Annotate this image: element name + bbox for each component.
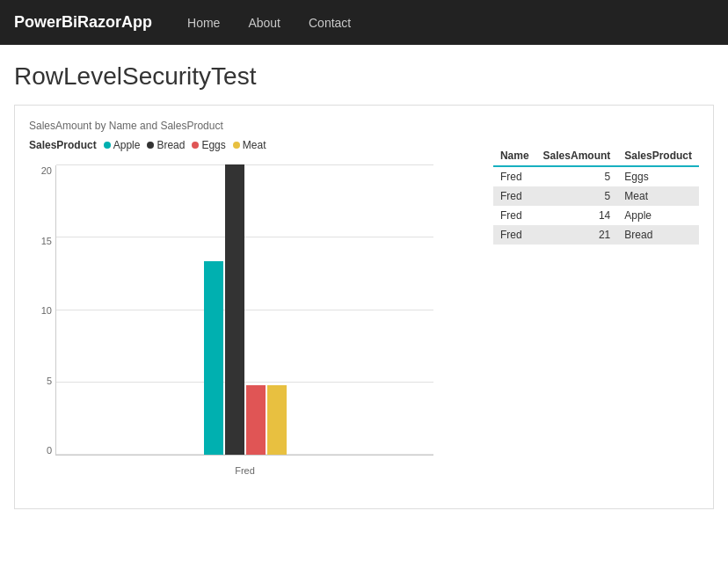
- chart-plot: Fred: [55, 165, 433, 456]
- y-label-15: 15: [41, 236, 55, 246]
- legend-item-bread: Bread: [147, 139, 185, 151]
- cell-amount: 21: [536, 225, 618, 245]
- table-header-row: Name SalesAmount SalesProduct: [493, 146, 699, 166]
- legend-text-bread: Bread: [157, 139, 185, 151]
- bar-bread: [225, 164, 244, 455]
- cell-name: Fred: [493, 206, 536, 225]
- y-label-0: 0: [47, 445, 55, 456]
- report-container: SalesAmount by Name and SalesProduct Sal…: [14, 105, 714, 509]
- legend-label: SalesProduct: [29, 139, 97, 151]
- table-row: Fred5Meat: [493, 186, 699, 206]
- cell-product: Eggs: [617, 166, 699, 186]
- table-row: Fred5Eggs: [493, 166, 699, 186]
- bar-meat: [267, 385, 287, 455]
- bar-eggs: [246, 385, 266, 455]
- page-title: RowLevelSecurityTest: [14, 62, 714, 91]
- y-label-5: 5: [47, 376, 55, 386]
- y-axis: 20 15 10 5 0: [29, 165, 55, 456]
- nav-home[interactable]: Home: [173, 4, 234, 42]
- legend-text-apple: Apple: [113, 139, 141, 151]
- nav-about[interactable]: About: [234, 4, 295, 42]
- legend-dot-bread: [147, 142, 154, 149]
- chart-legend: SalesProduct Apple Bread Eggs Meat: [29, 139, 458, 151]
- legend-item-eggs: Eggs: [192, 139, 225, 151]
- y-label-20: 20: [41, 165, 55, 176]
- legend-dot-eggs: [192, 142, 199, 149]
- legend-dot-apple: [104, 142, 111, 149]
- chart-area: 20 15 10 5 0: [29, 165, 433, 482]
- y-label-10: 10: [41, 305, 55, 316]
- legend-item-apple: Apple: [104, 139, 141, 151]
- legend-text-meat: Meat: [243, 139, 266, 151]
- legend-dot-meat: [233, 142, 240, 149]
- x-label-fred: Fred: [235, 465, 255, 476]
- cell-product: Bread: [617, 225, 699, 245]
- chart-section: SalesAmount by Name and SalesProduct Sal…: [29, 120, 458, 494]
- navbar-brand: PowerBiRazorApp: [14, 13, 152, 32]
- data-table: Name SalesAmount SalesProduct Fred5EggsF…: [493, 146, 699, 245]
- col-header-amount: SalesAmount: [536, 146, 618, 166]
- navbar-links: Home About Contact: [173, 4, 365, 42]
- cell-name: Fred: [493, 166, 536, 186]
- cell-name: Fred: [493, 186, 536, 206]
- cell-amount: 5: [536, 166, 618, 186]
- col-header-product: SalesProduct: [617, 146, 699, 166]
- bars-group-fred: Fred: [204, 164, 287, 455]
- legend-item-meat: Meat: [233, 139, 266, 151]
- cell-product: Meat: [617, 186, 699, 206]
- cell-name: Fred: [493, 225, 536, 245]
- navbar: PowerBiRazorApp Home About Contact: [0, 0, 728, 45]
- cell-product: Apple: [617, 206, 699, 225]
- table-section: Name SalesAmount SalesProduct Fred5EggsF…: [493, 120, 699, 494]
- cell-amount: 5: [536, 186, 618, 206]
- cell-amount: 14: [536, 206, 618, 225]
- page-content: RowLevelSecurityTest SalesAmount by Name…: [0, 45, 728, 527]
- col-header-name: Name: [493, 146, 536, 166]
- bar-apple: [204, 261, 223, 455]
- nav-contact[interactable]: Contact: [295, 4, 365, 42]
- legend-text-eggs: Eggs: [201, 139, 225, 151]
- chart-subtitle: SalesAmount by Name and SalesProduct: [29, 120, 458, 132]
- table-row: Fred14Apple: [493, 206, 699, 225]
- table-row: Fred21Bread: [493, 225, 699, 245]
